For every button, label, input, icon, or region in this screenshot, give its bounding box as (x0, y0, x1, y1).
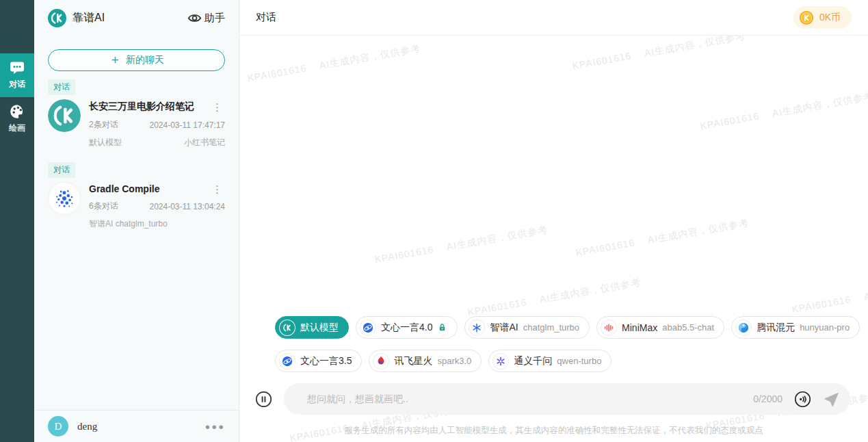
kaopu-logo-icon (279, 320, 295, 336)
page-title: 对话 (256, 11, 276, 24)
model-chips-row-2: 文心一言3.5 讯飞星火 spark3.0 通义千问 qwen-turbo (275, 350, 868, 372)
char-counter: 0/2000 (753, 393, 782, 404)
zhipu-icon (469, 320, 485, 336)
lock-icon (437, 322, 447, 333)
model-chip-minimax[interactable]: MiniMax abab5.5-chat (596, 316, 724, 339)
chat-bubble-icon (9, 60, 25, 76)
voice-icon (794, 391, 811, 408)
model-chip-zhipu[interactable]: 智谱AI chatglm_turbo (464, 316, 590, 339)
chat-list: 对话 长安三万里电影介绍笔记 ⋮ 2条对话 2024-03-11 17:47:1… (34, 73, 239, 410)
wenxin-icon (279, 353, 295, 369)
app-title: 靠谱AI (73, 11, 105, 25)
chat-item-changan[interactable]: 长安三万里电影介绍笔记 ⋮ 2条对话 2024-03-11 17:47:17 默… (48, 95, 225, 155)
palette-icon (9, 103, 25, 120)
sidebar: 靠谱AI 助手 ＋ 新的聊天 对话 长安三万里电影介绍笔记 ⋮ (34, 0, 239, 442)
model-chip-label: 通义千问 (514, 355, 552, 367)
model-chip-wenxin-4[interactable]: 文心一言4.0 (356, 316, 458, 339)
chat-model: 默认模型 (89, 137, 122, 148)
main-area: 对话 0K币 KPAI601616 AI生成内容，仅供参考 KPAI601616… (239, 0, 868, 442)
rail-chat-label: 对话 (9, 79, 25, 90)
chat-more-icon[interactable]: ⋮ (209, 184, 225, 194)
watermark-text: KPAI601616 AI生成内容，仅供参考 (791, 274, 868, 316)
chat-item-gradle[interactable]: Gradle Compile ⋮ 6条对话 2024-03-11 13:04:2… (48, 178, 225, 237)
username: deng (77, 421, 97, 432)
sidebar-item-chat[interactable]: 对话 (0, 53, 34, 97)
send-icon (823, 391, 840, 408)
chat-type-tag: 对话 (48, 79, 75, 95)
sidebar-header: 靠谱AI 助手 (34, 0, 239, 36)
new-chat-label: 新的聊天 (126, 54, 164, 66)
model-chip-qwen[interactable]: 通义千问 qwen-turbo (488, 350, 611, 372)
model-chip-wenxin-35[interactable]: 文心一言3.5 (275, 350, 362, 372)
plus-icon: ＋ (109, 53, 121, 66)
coin-balance-text: 0K币 (819, 12, 841, 24)
model-chip-version: hunyuan-pro (800, 322, 850, 333)
spark-icon (373, 353, 389, 369)
chat-preset: 小红书笔记 (184, 137, 225, 148)
chat-time: 2024-03-11 13:04:24 (149, 202, 225, 211)
hunyuan-icon (735, 320, 752, 336)
watermark-text: KPAI601616 AI生成内容，仅供参考 (466, 276, 642, 319)
pause-icon (255, 391, 272, 408)
message-input[interactable] (307, 393, 753, 404)
chat-more-icon[interactable]: ⋮ (209, 102, 225, 112)
model-chips-row-1: 默认模型 文心一言4.0 智谱AI chatglm_turbo Mi (275, 316, 868, 339)
qwen-icon (492, 353, 509, 369)
disclaimer-text: 服务生成的所有内容均由人工智能模型生成，其生成内容的准确性和完整性无法保证，不代… (239, 425, 868, 437)
chat-info: Gradle Compile ⋮ 6条对话 2024-03-11 13:04:2… (89, 182, 225, 230)
composer-area: 默认模型 文心一言4.0 智谱AI chatglm_turbo Mi (239, 316, 868, 442)
watermark-text: KPAI601616 AI生成内容，仅供参考 (246, 42, 421, 85)
eye-icon (187, 11, 202, 25)
watermark-text: KPAI601616 AI生成内容，仅供参考 (373, 224, 549, 266)
model-chip-label: 文心一言3.5 (300, 355, 352, 367)
send-button[interactable] (823, 391, 840, 408)
chat-title: 长安三万里电影介绍笔记 (89, 101, 194, 113)
chat-model: 智谱AI chatglm_turbo (89, 218, 168, 230)
model-chip-version: chatglm_turbo (523, 322, 579, 333)
model-chip-spark[interactable]: 讯飞星火 spark3.0 (369, 350, 482, 372)
chat-time: 2024-03-11 17:47:17 (149, 120, 225, 130)
watermark-text: KPAI601616 AI生成内容，仅供参考 (699, 90, 868, 133)
chat-count: 2条对话 (89, 119, 118, 131)
chat-info: 长安三万里电影介绍笔记 ⋮ 2条对话 2024-03-11 17:47:17 默… (89, 99, 225, 148)
assistant-toggle[interactable]: 助手 (187, 11, 225, 25)
user-avatar[interactable]: D (48, 416, 68, 437)
minimax-icon (601, 320, 617, 336)
model-chip-label: MiniMax (622, 322, 657, 333)
watermark-text: KPAI601616 AI生成内容，仅供参考 (575, 217, 750, 259)
coin-icon (799, 10, 814, 25)
chat-title: Gradle Compile (89, 183, 159, 194)
model-chip-label: 讯飞星火 (394, 355, 432, 367)
model-chip-default[interactable]: 默认模型 (275, 316, 349, 339)
rail-draw-label: 绘画 (9, 122, 25, 134)
model-chip-label: 默认模型 (300, 322, 339, 334)
coin-balance-badge[interactable]: 0K币 (793, 6, 852, 29)
sidebar-item-draw[interactable]: 绘画 (0, 97, 34, 141)
sidebar-footer: D deng ●●● (34, 410, 239, 442)
new-chat-button[interactable]: ＋ 新的聊天 (48, 49, 225, 71)
chat-count: 6条对话 (89, 200, 118, 212)
chat-avatar-kaopu (48, 99, 81, 132)
voice-input-button[interactable] (794, 391, 811, 408)
assistant-label: 助手 (205, 12, 225, 25)
chat-canvas: KPAI601616 AI生成内容，仅供参考 KPAI601616 AI生成内容… (239, 36, 868, 442)
chat-type-tag: 对话 (48, 162, 75, 178)
pause-button[interactable] (255, 391, 272, 408)
model-chip-version: abab5.5-chat (662, 322, 714, 333)
wenxin-icon (360, 320, 376, 336)
model-chip-label: 腾讯混元 (757, 322, 795, 334)
model-chip-label: 文心一言4.0 (381, 322, 432, 334)
chat-avatar-zhipu (48, 182, 81, 215)
nav-rail: 对话 绘画 (0, 0, 34, 442)
model-chip-hunyuan[interactable]: 腾讯混元 hunyuan-pro (731, 316, 860, 339)
input-row: 0/2000 (255, 383, 850, 415)
model-chip-version: qwen-turbo (557, 356, 601, 366)
more-options-icon[interactable]: ●●● (205, 421, 225, 432)
main-header: 对话 0K币 (239, 0, 868, 36)
model-chip-version: spark3.0 (437, 356, 471, 366)
kaopu-logo-icon (48, 9, 66, 27)
watermark-text: KPAI601616 AI生成内容，仅供参考 (571, 36, 746, 73)
model-chip-label: 智谱AI (490, 322, 518, 334)
app-window: 对话 绘画 靠谱AI 助手 ＋ 新的聊天 对话 (0, 0, 868, 442)
message-input-pill: 0/2000 (284, 383, 850, 415)
